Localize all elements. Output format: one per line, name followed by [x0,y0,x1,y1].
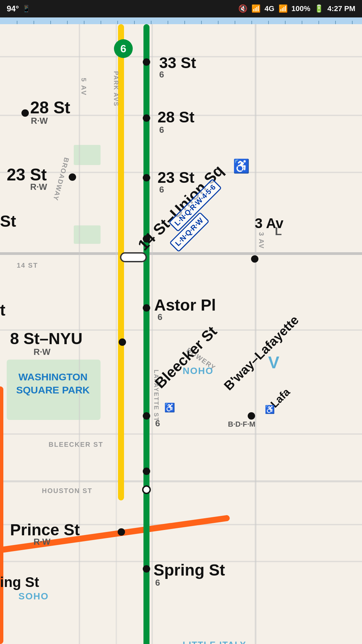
label-bleecker-st: Bleecker St [152,323,220,392]
station-23st-6[interactable] [143,174,150,181]
station-spring-st[interactable] [143,565,150,573]
station-prince-st[interactable] [118,528,125,536]
neighborhood-v-partial: V [268,353,280,372]
line-label-33st-6: 6 [159,69,164,80]
ruler-top [0,17,362,24]
station-28st-rw[interactable] [21,109,29,117]
line-label-bway-laf: B·D·F·M [228,420,255,429]
street-bleecker [0,433,362,435]
station-33st-6[interactable] [143,58,150,66]
label-28st-rw: 28 St [30,98,70,117]
battery-percent: 100% [292,4,310,13]
label-l-partial: L [275,225,282,238]
network-type: 4G [264,4,274,13]
park-patch-2 [74,225,101,244]
status-left: 94° 📱 [7,4,31,13]
station-houston-transfer[interactable] [142,485,151,494]
line-6-badge: 6 [114,39,133,58]
line-label-8st-rw: R·W [34,347,51,357]
street-label-14st: 14 ST [17,262,38,269]
orange-line-left [0,386,3,644]
street-14st [0,252,362,255]
avenue-3av [255,17,256,644]
line-label-astor-6: 6 [158,312,162,322]
badge-label: 6 [120,43,126,55]
neighborhood-little-italy: LITTLE ITALY [183,640,246,644]
line-label-28st-rw: R·W [31,116,48,126]
street-label-houston: HOUSTON ST [42,487,93,495]
notification-icon: 📱 [22,5,31,13]
wheelchair-icon-union: ♿ [233,158,250,174]
status-right: 🔇 📶 4G 📶 100% 🔋 4:27 PM [238,4,355,13]
battery-icon: 🔋 [314,4,323,13]
line-label-prince-rw: R·W [34,537,51,547]
label-partial-8st-left: t [0,301,5,319]
washington-square-park-label: WASHINGTONSQUARE PARK [9,370,97,396]
street-label-bleecker: BLEECKER ST [49,441,103,448]
street-label-3av: 3 AV [257,232,265,249]
station-bway-lafayette[interactable] [248,412,255,420]
label-bway-lafayette: B'way–Lafayette [221,313,302,393]
street-label-park-av-s: PARK AVS [112,71,119,107]
mute-icon: 🔇 [238,4,247,13]
label-prince-st: Prince St [10,521,80,539]
label-8st-nyu: 8 St–NYU [10,329,82,348]
label-spring-st: Spring St [154,561,225,579]
wheelchair-icon-bleecker: ♿ [164,402,175,413]
line-label-28st-6: 6 [159,125,164,135]
signal-bars: 📶 [279,4,288,13]
street-label-broadway: BROADWAY [52,157,71,202]
street-houston [0,480,362,482]
map-container[interactable]: 6 33 St 6 28 St 6 28 St R·W 23 St 6 23 S… [0,17,362,644]
line-label-23st-rw: R·W [30,182,47,192]
station-23st-rw[interactable] [69,173,76,181]
station-8st-nyu[interactable] [119,338,126,346]
line-label-spring-6: 6 [155,578,160,588]
street-label-5av: 5 AV [80,78,87,96]
wheelchair-icon-bway-laf: ♿ [265,405,275,414]
neighborhood-soho: SOHO [18,591,49,602]
station-houston-6[interactable] [143,468,150,475]
label-23st-6: 23 St [158,168,194,186]
label-partial-st-left: St [0,212,16,230]
label-partial-ing-st: ing St [0,574,39,590]
time: 4:27 PM [327,4,355,13]
temperature: 94° [7,4,19,13]
avenue-park-av-s [116,17,117,644]
label-28st-6: 28 St [158,108,194,126]
wifi-icon: 📶 [251,4,260,13]
station-astor-pl[interactable] [143,304,150,312]
label-astor-pl: Astor Pl [154,296,216,314]
station-3av-14st[interactable] [251,255,258,263]
park-patch-1 [74,145,101,165]
you-are-here-marker [120,252,147,262]
line-label-23st-6: 6 [159,184,164,195]
line-label-bleecker-6: 6 [155,418,160,429]
station-bleecker-6[interactable] [143,412,150,420]
avenue-lafayette [152,17,153,644]
station-28st-6[interactable] [143,114,150,122]
status-bar: 94° 📱 🔇 📶 4G 📶 100% 🔋 4:27 PM [0,0,362,17]
label-33st: 33 St [159,54,196,72]
